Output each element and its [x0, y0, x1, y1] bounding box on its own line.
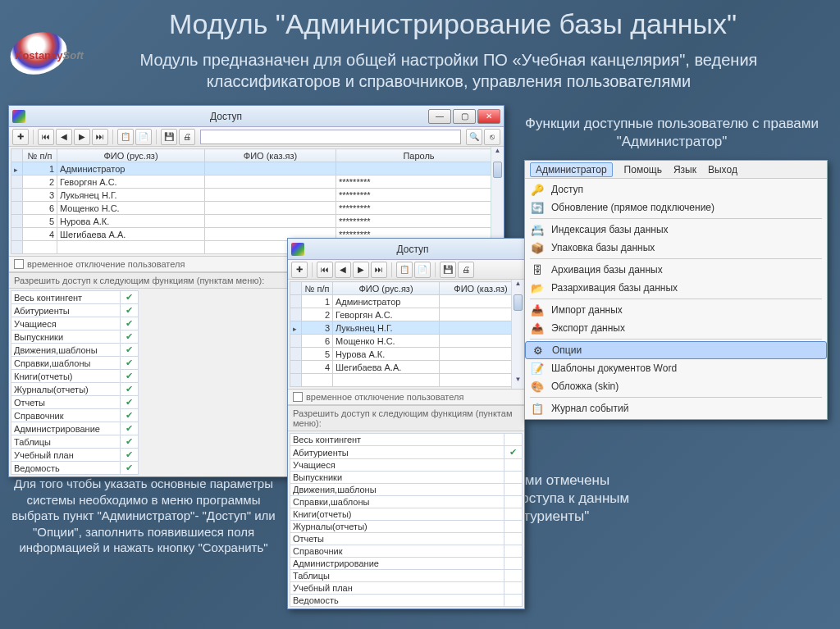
- temp-disable-label: временное отключение пользователя: [27, 259, 185, 269]
- close-button[interactable]: ✕: [477, 109, 500, 124]
- menu-icon: 🎨: [528, 379, 546, 394]
- menu-item[interactable]: 🔑Доступ: [525, 180, 827, 198]
- save-button[interactable]: 💾: [161, 129, 177, 145]
- menu-item[interactable]: 📂Разархивация базы данных: [525, 279, 827, 297]
- menu-item[interactable]: 🎨Обложка (skin): [525, 377, 827, 395]
- slide-title: Модуль "Администрирование базы данных": [82, 8, 824, 40]
- menu-Администратор[interactable]: Администратор: [530, 162, 613, 177]
- menu-item[interactable]: 📇Индексация базы данных: [525, 221, 827, 239]
- minimize-button[interactable]: —: [428, 109, 451, 124]
- menu-item-label: Разархивация базы данных: [551, 282, 678, 294]
- menu-item-label: Индексация базы данных: [551, 224, 669, 235]
- menu-item[interactable]: 📋Журнал событий: [525, 399, 827, 417]
- window-title: Доступ: [304, 244, 521, 255]
- copy-button[interactable]: 📋: [396, 262, 413, 278]
- prev-button[interactable]: ◀: [335, 262, 351, 278]
- menu-item[interactable]: 📦Упаковка базы данных: [525, 239, 827, 257]
- maximize-button[interactable]: ▢: [453, 109, 476, 124]
- titlebar[interactable]: Доступ: [288, 239, 524, 260]
- toolbar: ✚ ⏮ ◀ ▶ ⏭ 📋 📄 💾 🖨: [288, 260, 524, 280]
- temp-disable-checkbox[interactable]: [14, 259, 24, 269]
- menu-icon: ⚙: [529, 343, 547, 358]
- prev-button[interactable]: ◀: [56, 129, 72, 145]
- print-button[interactable]: 🖨: [179, 129, 195, 145]
- toolbar: ✚ ⏮ ◀ ▶ ⏭ 📋 📄 💾 🖨 🔍 ⎋: [9, 127, 504, 147]
- copy-button[interactable]: 📋: [117, 129, 134, 145]
- menu-item[interactable]: ⚙Опции: [525, 341, 827, 359]
- menu-item-label: Обновление (прямое подключение): [551, 202, 714, 213]
- menu-icon: 📤: [528, 321, 546, 335]
- last-button[interactable]: ⏭: [92, 129, 108, 145]
- first-button[interactable]: ⏮: [317, 262, 333, 278]
- next-button[interactable]: ▶: [74, 129, 90, 145]
- exit-button[interactable]: ⎋: [484, 129, 500, 145]
- temp-disable-row: временное отключение пользователя: [288, 389, 524, 405]
- logo-text: KostanaySoft: [15, 49, 84, 62]
- menu-icon: 📋: [528, 401, 546, 416]
- menu-item-label: Архивация базы данных: [551, 264, 663, 276]
- menu-icon: 📂: [528, 280, 546, 295]
- titlebar[interactable]: Доступ — ▢ ✕: [9, 106, 504, 127]
- paste-button[interactable]: 📄: [135, 129, 152, 145]
- menu-item-label: Журнал событий: [551, 403, 628, 414]
- menu-separator: [530, 339, 822, 340]
- perm-header: Разрешить доступ к следующим функциям (п…: [288, 405, 524, 431]
- first-button[interactable]: ⏮: [38, 129, 54, 145]
- menu-item-label: Шаблоны документов Word: [551, 362, 677, 374]
- search-input[interactable]: [200, 130, 461, 144]
- save-button[interactable]: 💾: [440, 262, 456, 278]
- paste-button[interactable]: 📄: [414, 262, 431, 278]
- app-icon: [291, 243, 304, 256]
- menu-item[interactable]: 📥Импорт данных: [525, 301, 827, 319]
- menu-item-label: Доступ: [551, 184, 583, 195]
- menu-item-label: Упаковка базы данных: [551, 242, 655, 253]
- menu-Язык[interactable]: Язык: [673, 164, 696, 175]
- last-button[interactable]: ⏭: [371, 262, 387, 278]
- menu-Помощь[interactable]: Помощь: [624, 164, 662, 175]
- menu-icon: 🔄: [528, 200, 546, 215]
- window-access-secondary: Доступ ✚ ⏮ ◀ ▶ ⏭ 📋 📄 💾 🖨 № п/пФИО (рус.я…: [287, 238, 525, 609]
- menu-separator: [530, 218, 822, 219]
- add-button[interactable]: ✚: [291, 262, 308, 278]
- menubar[interactable]: АдминистраторПомощьЯзыкВыход: [525, 161, 827, 179]
- next-button[interactable]: ▶: [353, 262, 369, 278]
- menu-item[interactable]: 📤Экспорт данных: [525, 319, 827, 337]
- admin-menu-panel: АдминистраторПомощьЯзыкВыход 🔑Доступ🔄Обн…: [524, 160, 828, 420]
- functions-list[interactable]: Весь контингент✔Абитуриенты✔Учащиеся✔Вып…: [11, 290, 139, 475]
- menu-item[interactable]: 📝Шаблоны документов Word: [525, 359, 827, 377]
- functions-list[interactable]: Весь контингентАбитуриенты✔УчащиесяВыпус…: [290, 433, 523, 607]
- menu-separator: [530, 299, 822, 299]
- caption-rights: Функции доступные пользователю с правами…: [520, 115, 824, 151]
- menu-item-label: Импорт данных: [551, 304, 623, 316]
- add-button[interactable]: ✚: [12, 129, 29, 145]
- menu-item[interactable]: 🔄Обновление (прямое подключение): [525, 198, 827, 217]
- menu-item-label: Экспорт данных: [551, 322, 625, 334]
- menu-icon: 📦: [528, 240, 546, 255]
- menu-icon: 📝: [528, 361, 546, 376]
- menu-icon: 📥: [528, 303, 546, 317]
- admin-dropdown[interactable]: 🔑Доступ🔄Обновление (прямое подключение)📇…: [525, 179, 827, 419]
- menu-separator: [530, 258, 822, 259]
- menu-item-label: Опции: [552, 344, 582, 356]
- menu-icon: 🗄: [528, 262, 546, 277]
- menu-icon: 🔑: [528, 182, 546, 197]
- search-button[interactable]: 🔍: [466, 129, 482, 145]
- menu-icon: 📇: [528, 222, 546, 237]
- menu-item[interactable]: 🗄Архивация базы данных: [525, 261, 827, 279]
- temp-disable-checkbox[interactable]: [293, 392, 303, 402]
- scrollbar[interactable]: ▲▼: [511, 280, 524, 389]
- window-title: Доступ: [25, 111, 427, 122]
- app-icon: [12, 110, 25, 123]
- print-button[interactable]: 🖨: [458, 262, 474, 278]
- menu-item-label: Обложка (skin): [551, 381, 619, 392]
- users-grid[interactable]: № п/пФИО (рус.яз)ФИО (каз.яз)1Администра…: [290, 281, 523, 387]
- menu-separator: [530, 397, 822, 398]
- menu-Выход[interactable]: Выход: [708, 164, 737, 175]
- temp-disable-label: временное отключение пользователя: [306, 392, 463, 402]
- caption-bottom: Для того чтобы указать основные параметр…: [8, 476, 279, 556]
- slide-subtitle: Модуль предназначен для общей настройки …: [82, 49, 815, 92]
